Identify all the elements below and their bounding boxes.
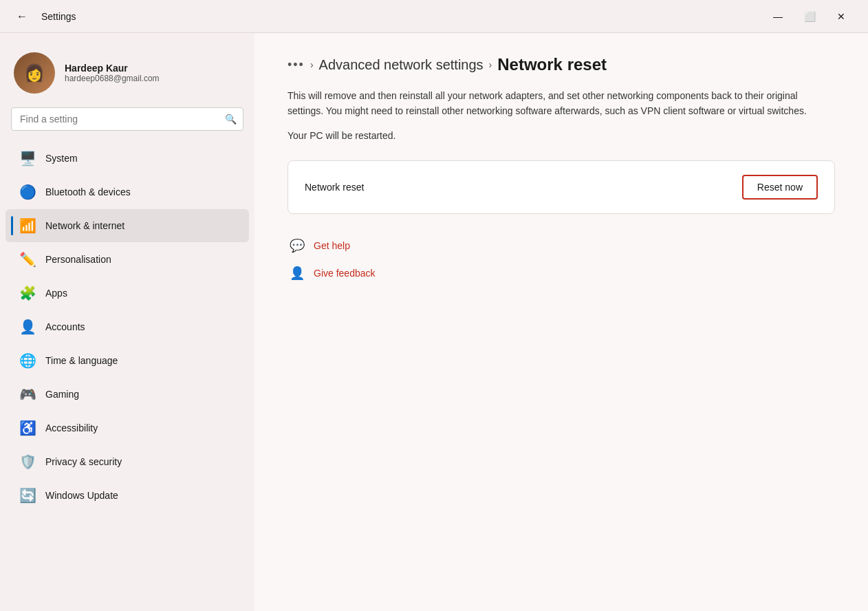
main-content: ••• › Advanced network settings › Networ… [254,33,868,611]
get-help-link[interactable]: Get help [314,240,350,251]
breadcrumb-parent[interactable]: Advanced network settings [319,57,484,73]
breadcrumb-separator-2: › [489,59,492,70]
title-bar-left: ← Settings [11,8,76,25]
app-title: Settings [41,11,76,22]
user-profile[interactable]: 👩 Hardeep Kaur hardeep0688@gmail.com [0,44,254,107]
user-name: Hardeep Kaur [65,63,160,74]
sidebar-nav: 🖥️ System 🔵 Bluetooth & devices 📶 Networ… [0,142,254,512]
help-links: 💬 Get help 👤 Give feedback [287,236,835,283]
sidebar-item-accessibility[interactable]: ♿ Accessibility [6,411,249,444]
sidebar-item-label: Apps [45,288,67,299]
personalisation-icon: ✏️ [19,251,36,268]
user-info: Hardeep Kaur hardeep0688@gmail.com [65,63,160,83]
sidebar-item-label: Bluetooth & devices [45,186,131,197]
search-icon: 🔍 [225,114,237,125]
sidebar-item-time[interactable]: 🌐 Time & language [6,344,249,377]
sidebar-item-windowsupdate[interactable]: 🔄 Windows Update [6,479,249,512]
system-icon: 🖥️ [19,150,36,167]
sidebar-item-label: Personalisation [45,254,111,265]
reset-card-label: Network reset [305,182,364,193]
accessibility-icon: ♿ [19,420,36,436]
sidebar-item-privacy[interactable]: 🛡️ Privacy & security [6,445,249,478]
avatar: 👩 [14,52,55,94]
breadcrumb: ••• › Advanced network settings › Networ… [287,55,835,74]
sidebar-item-label: Time & language [45,355,118,366]
gaming-icon: 🎮 [19,386,36,403]
breadcrumb-dots: ••• [287,58,305,72]
get-help-icon: 💬 [287,236,307,255]
app-container: 👩 Hardeep Kaur hardeep0688@gmail.com 🔍 🖥… [0,33,868,611]
sidebar-item-label: Gaming [45,389,79,400]
search-box[interactable]: 🔍 [11,107,243,131]
give-feedback-item[interactable]: 👤 Give feedback [287,264,835,283]
sidebar-item-bluetooth[interactable]: 🔵 Bluetooth & devices [6,175,249,208]
maximize-button[interactable]: ⬜ [794,6,825,28]
accounts-icon: 👤 [19,319,36,335]
sidebar-item-label: Accessibility [45,422,98,433]
breadcrumb-current: Network reset [497,55,607,74]
breadcrumb-separator-1: › [310,59,314,70]
sidebar-item-personalisation[interactable]: ✏️ Personalisation [6,243,249,276]
apps-icon: 🧩 [19,285,36,301]
sidebar: 👩 Hardeep Kaur hardeep0688@gmail.com 🔍 🖥… [0,33,254,611]
time-icon: 🌐 [19,352,36,369]
sidebar-item-accounts[interactable]: 👤 Accounts [6,310,249,343]
sidebar-item-label: Windows Update [45,490,118,501]
sidebar-item-gaming[interactable]: 🎮 Gaming [6,378,249,411]
sidebar-item-network[interactable]: 📶 Network & internet [6,209,249,242]
network-icon: 📶 [19,217,36,234]
sidebar-item-apps[interactable]: 🧩 Apps [6,277,249,310]
search-input[interactable] [11,107,243,131]
minimize-button[interactable]: — [762,6,794,28]
windowsupdate-icon: 🔄 [19,487,36,504]
close-button[interactable]: ✕ [825,6,857,28]
page-description: This will remove and then reinstall all … [287,88,835,119]
give-feedback-icon: 👤 [287,264,307,283]
give-feedback-link[interactable]: Give feedback [314,268,376,279]
window-controls: — ⬜ ✕ [762,6,857,28]
bluetooth-icon: 🔵 [19,184,36,200]
sidebar-item-label: Privacy & security [45,456,122,467]
reset-card: Network reset Reset now [287,160,835,214]
user-email: hardeep0688@gmail.com [65,74,160,83]
get-help-item[interactable]: 💬 Get help [287,236,835,255]
back-button[interactable]: ← [11,8,33,25]
sidebar-item-label: Network & internet [45,220,124,231]
title-bar: ← Settings — ⬜ ✕ [0,0,868,33]
restart-notice: Your PC will be restarted. [287,130,835,141]
sidebar-item-label: System [45,153,78,164]
sidebar-item-system[interactable]: 🖥️ System [6,142,249,175]
privacy-icon: 🛡️ [19,453,36,470]
reset-now-button[interactable]: Reset now [742,175,818,200]
sidebar-item-label: Accounts [45,321,85,332]
